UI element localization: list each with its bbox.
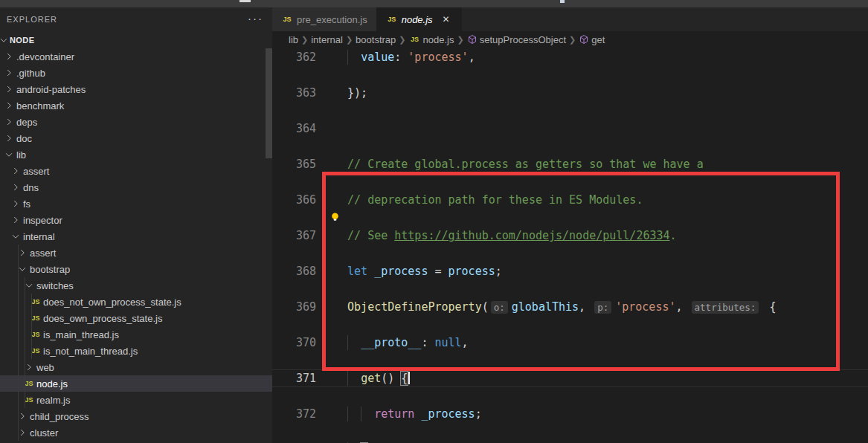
lightbulb-icon[interactable] (329, 212, 341, 226)
section-label: NODE (10, 36, 34, 45)
tree-item-label: benchmark (16, 100, 64, 111)
tree-item--github[interactable]: .github (0, 65, 272, 81)
breadcrumb-item-internal[interactable]: internal (311, 34, 343, 45)
tree-item-is-not-main-thread-js[interactable]: JSis_not_main_thread.js (0, 343, 272, 359)
breadcrumb-item-node-js[interactable]: JSnode.js (409, 34, 454, 45)
code-line-366: 366 // deprecation path for these in ES … (272, 191, 868, 209)
tree-item-label: inspector (23, 215, 62, 226)
breadcrumb-item-get[interactable]: get (579, 34, 605, 45)
tree-item-label: realm.js (36, 395, 71, 406)
chevron-right-icon: ❯ (457, 35, 463, 45)
tree-item-label: android-patches (16, 84, 86, 95)
tree-item-internal[interactable]: internal (0, 228, 272, 245)
tree-item-doc[interactable]: doc (0, 130, 272, 146)
breadcrumb: lib❯internal❯bootstrap❯JSnode.js❯setupPr… (272, 31, 868, 48)
sidebar-scrollbar[interactable] (266, 48, 272, 158)
tree-item-is-main-thread-js[interactable]: JSis_main_thread.js (0, 326, 272, 343)
breadcrumb-item-bootstrap[interactable]: bootstrap (356, 34, 396, 45)
line-number[interactable]: 369 (272, 298, 316, 316)
symbol-method-icon (579, 34, 589, 45)
line-number[interactable]: 368 (272, 262, 316, 280)
tree-item-does-not-own-process-state-js[interactable]: JSdoes_not_own_process_state.js (0, 294, 272, 310)
explorer-sidebar: EXPLORER ··· NODE .devcontainer.githuban… (0, 7, 272, 443)
tree-item-label: child_process (30, 411, 89, 422)
code-line-content[interactable]: // Create global.process as getters so t… (334, 155, 704, 173)
tree-item-deps[interactable]: deps (0, 114, 272, 130)
tree-item-lib[interactable]: lib (0, 146, 272, 163)
breadcrumb-item-setupprocessobject[interactable]: setupProcessObject (467, 34, 566, 45)
line-number[interactable]: 370 (272, 334, 316, 352)
tree-item-node-js[interactable]: JSnode.js (0, 375, 272, 392)
tree-item-web[interactable]: web (0, 359, 272, 375)
chevron-right-icon (3, 132, 15, 144)
tree-item-assert[interactable]: assert (0, 163, 272, 179)
titlebar-artifact (560, 0, 565, 3)
tree-item-assert[interactable]: assert (0, 245, 272, 261)
code-line-content[interactable]: }); (334, 84, 367, 102)
tree-item-fs[interactable]: fs (0, 195, 272, 212)
chevron-down-icon (3, 149, 15, 161)
chevron-right-icon (3, 83, 15, 95)
code-line-365: 365 // Create global.process as getters … (272, 155, 868, 173)
code-editor[interactable]: 362 value: 'process',363 });364365 // Cr… (272, 48, 868, 443)
code-line-content[interactable]: // deprecation path for these in ES Modu… (334, 191, 643, 209)
code-line-content[interactable]: ObjectDefineProperty(o:globalThis, p:'pr… (334, 298, 776, 316)
code-line-370: 370 __proto__: null, (272, 334, 868, 352)
tree-item-label: node.js (36, 378, 68, 389)
code-line-368: 368 let _process = process; (272, 262, 868, 280)
code-line-content[interactable]: get() { (334, 369, 410, 387)
indent-guide (347, 407, 348, 421)
close-icon[interactable]: ✕ (440, 14, 452, 25)
inlay-hint: p: (594, 301, 611, 314)
chevron-right-icon (3, 116, 15, 128)
line-number[interactable]: 367 (272, 227, 316, 245)
inlay-hint: attributes: (692, 301, 759, 314)
js-icon: JS (281, 16, 293, 23)
tree-item-switches[interactable]: switches (0, 277, 272, 294)
line-number[interactable]: 372 (272, 405, 316, 423)
line-number[interactable]: 362 (272, 48, 316, 66)
ellipsis-icon[interactable]: ··· (248, 12, 263, 25)
line-number[interactable]: 364 (272, 120, 316, 138)
tree-item-android-patches[interactable]: android-patches (0, 81, 272, 97)
tree-item-label: .github (16, 68, 45, 79)
tree-item-realm-js[interactable]: JSrealm.js (0, 392, 272, 408)
line-number[interactable]: 371 (272, 369, 316, 387)
tree-item-label: assert (30, 248, 56, 259)
chevron-right-icon: ❯ (399, 35, 405, 45)
line-number[interactable]: 363 (272, 84, 316, 102)
tree-item-dns[interactable]: dns (0, 179, 272, 195)
tree-item-benchmark[interactable]: benchmark (0, 97, 272, 114)
breadcrumb-label: node.js (423, 34, 454, 45)
code-line-content[interactable]: let _process = process; (334, 262, 502, 280)
tab-node-js[interactable]: JSnode.js✕ (377, 7, 462, 31)
tree-item-child-process[interactable]: child_process (0, 408, 272, 424)
text-cursor (408, 372, 410, 384)
code-line-content[interactable]: return _process; (334, 405, 482, 423)
code-line-content[interactable]: value: 'process', (334, 48, 475, 66)
tree-item-label: does_not_own_process_state.js (43, 297, 181, 308)
code-line-content[interactable]: __proto__: null, (334, 334, 469, 352)
js-icon: JS (386, 16, 398, 23)
line-number[interactable]: 365 (272, 155, 316, 173)
line-number[interactable]: 366 (272, 191, 316, 209)
tree-item-bootstrap[interactable]: bootstrap (0, 261, 272, 277)
tree-item-label: doc (16, 133, 32, 144)
code-line-371: 371 get() { (272, 369, 868, 387)
chevron-right-icon: ❯ (346, 35, 353, 45)
tree-item-does-own-process-state-js[interactable]: JSdoes_own_process_state.js (0, 310, 272, 326)
tree-item-cluster[interactable]: cluster (0, 424, 272, 441)
code-line-content[interactable]: // See https://github.com/nodejs/node/pu… (334, 227, 677, 245)
code-line-362: 362 value: 'process', (272, 48, 868, 66)
tab-pre-execution-js[interactable]: JSpre_execution.js (272, 7, 377, 31)
code-line-367: 367 // See https://github.com/nodejs/nod… (272, 227, 868, 245)
tree-item--devcontainer[interactable]: .devcontainer (0, 48, 272, 65)
tree-item-label: cluster (30, 427, 58, 439)
tab-bar: JSpre_execution.jsJSnode.js✕ (272, 7, 868, 31)
explorer-header: EXPLORER ··· (0, 7, 272, 31)
tree-item-inspector[interactable]: inspector (0, 212, 272, 228)
code-line-369: 369 ObjectDefineProperty(o:globalThis, p… (272, 298, 868, 316)
breadcrumb-label: bootstrap (356, 34, 396, 45)
section-header-node[interactable]: NODE (0, 32, 272, 48)
breadcrumb-item-lib[interactable]: lib (289, 34, 298, 45)
